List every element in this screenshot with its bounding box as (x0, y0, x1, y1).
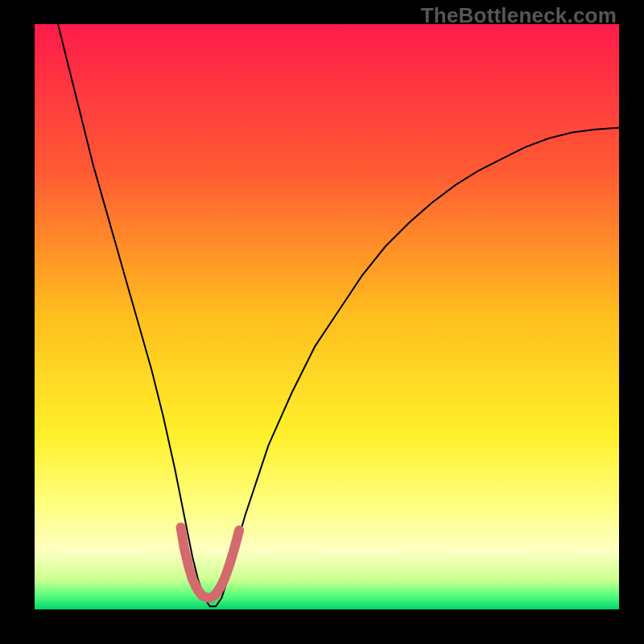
chart-frame: TheBottleneck.com (0, 0, 644, 644)
watermark-text: TheBottleneck.com (421, 3, 617, 28)
chart-svg (35, 24, 619, 609)
plot-area (35, 24, 619, 609)
gradient-background (35, 24, 619, 609)
